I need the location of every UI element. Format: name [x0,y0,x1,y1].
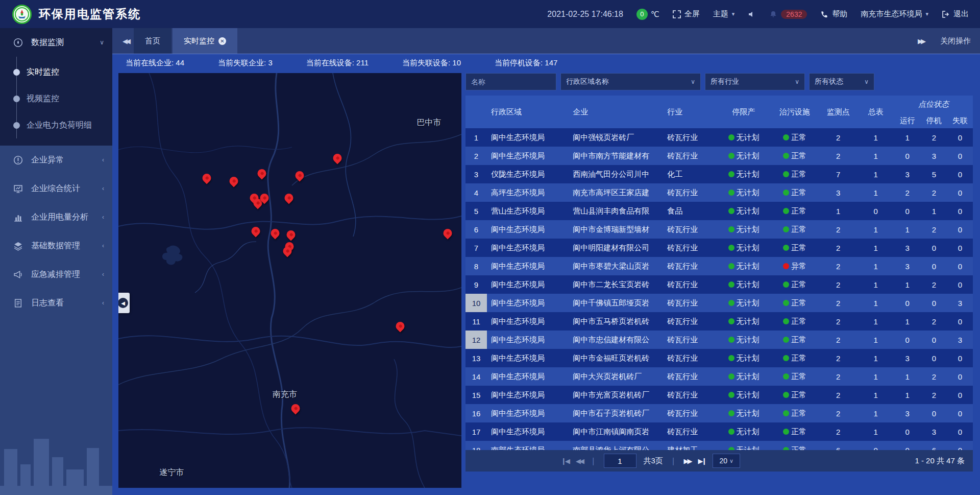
volume-button[interactable] [748,10,756,18]
industry-cell: 食品 [663,202,717,220]
col-halt[interactable]: 停限产 [717,96,770,128]
table-row[interactable]: 16阆中生态环境局阆中市石子页岩机砖厂砖瓦行业无计划正常21300 [465,404,973,422]
col-industry[interactable]: 行业 [663,96,717,128]
tabbar: ◀◀ 首页 实时监控 ✕ ▶▶ 关闭操作 [112,28,980,54]
row-number-cell: 9 [465,275,487,294]
table-row[interactable]: 5营山生态环境局营山县润丰肉食品有限食品无计划正常10010 [465,202,973,220]
col-points[interactable]: 监测点 [819,96,857,128]
table-row[interactable]: 15阆中生态环境局阆中市光富页岩机砖厂砖瓦行业无计划正常21120 [465,386,973,404]
table-row[interactable]: 10阆中生态环境局阆中千佛镇五郎垭页岩砖瓦行业无计划正常21003 [465,294,973,312]
meters-cell: 1 [857,386,894,404]
table-row[interactable]: 17阆中生态环境局阆中市江南镇阆南页岩砖瓦行业无计划正常21030 [465,422,973,441]
table-row[interactable]: 13阆中生态环境局阆中市金福旺页岩机砖砖瓦行业无计划正常21300 [465,349,973,367]
sidebar-item-realtime-monitoring[interactable]: 实时监控 [0,59,112,85]
tab-home[interactable]: 首页 [134,28,172,54]
col-lost[interactable]: 失联 [947,113,973,128]
industry-cell: 砖瓦行业 [663,147,717,165]
sidebar-item-video-monitoring[interactable]: 视频监控 [0,85,112,112]
stopped-cell: 2 [921,312,947,331]
col-running[interactable]: 运行 [894,113,921,128]
status-dot-icon [728,373,734,380]
col-region[interactable]: 行政区域 [487,96,569,128]
table-row[interactable]: 14阆中生态环境局阆中大兴页岩机砖厂砖瓦行业无计划正常21120 [465,367,973,386]
sidebar-item-data-monitoring[interactable]: 数据监测 ∨ [0,28,112,57]
table-row[interactable]: 1阆中生态环境局阆中强锐页岩砖厂砖瓦行业无计划正常21120 [465,128,973,147]
table-row[interactable]: 8阆中生态环境局阆中市枣碧大梁山页岩砖瓦行业无计划异常21300 [465,257,973,275]
table-body: 1阆中生态环境局阆中强锐页岩砖厂砖瓦行业无计划正常211202阆中生态环境局阆中… [465,128,973,450]
status-dot-icon [728,392,734,398]
phone-icon [820,10,828,18]
row-number-cell: 18 [465,441,487,450]
close-operations-dropdown[interactable]: 关闭操作 [940,36,971,46]
sidebar-item-power-load-detail[interactable]: 企业电力负荷明细 [0,112,112,138]
col-company[interactable]: 企业 [569,96,663,128]
table-row[interactable]: 18南部生态环境局南部县鸿华上河有限公建材加工无计划正常60060 [465,441,973,450]
table-row[interactable]: 6阆中生态环境局阆中市金博瑞新型墙材砖瓦行业无计划正常21120 [465,220,973,239]
company-cell: 南充市高坪区王家店建 [569,183,663,202]
theme-dropdown[interactable]: 主题▾ [713,9,735,19]
notifications-button[interactable]: 2632 [769,10,807,19]
table-row[interactable]: 11阆中生态环境局阆中市五马桥页岩机砖砖瓦行业无计划正常21120 [465,312,973,331]
chevron-left-icon: ‹ [102,242,104,249]
status-dot-icon [728,134,734,140]
help-button[interactable]: 帮助 [820,9,847,19]
stopped-cell: 5 [921,165,947,183]
region-filter-select[interactable]: 行政区域名称∨ [560,73,701,90]
table-row[interactable]: 12阆中生态环境局阆中市忠信建材有限公砖瓦行业无计划正常21003 [465,331,973,349]
temperature-unit: ℃ [651,10,659,19]
sidebar-item-enterprise-abnormal[interactable]: 企业异常‹ [0,146,112,174]
sidebar-item-base-data[interactable]: 基础数据管理‹ [0,231,112,260]
running-cell: 1 [894,275,921,294]
halt-status-cell: 无计划 [717,239,770,257]
stopped-cell: 6 [921,441,947,450]
table-row[interactable]: 7阆中生态环境局阆中明阳建材有限公司砖瓦行业无计划正常21300 [465,239,973,257]
sidebar-item-log-view[interactable]: 日志查看‹ [0,289,112,317]
status-filter-select[interactable]: 所有状态∨ [809,73,874,90]
last-page-button[interactable]: ▶❙ [698,457,705,465]
stopped-cell: 2 [921,386,947,404]
region-cell: 阆中生态环境局 [487,386,569,404]
first-page-button[interactable]: ❙◀ [561,457,569,465]
row-number-cell: 16 [465,404,487,422]
facility-status-cell: 正常 [771,183,819,202]
bullet-dot-icon [13,69,20,76]
close-tab-icon[interactable]: ✕ [218,37,226,45]
fullscreen-button[interactable]: 全屏 [673,9,700,19]
row-number-cell: 7 [465,239,487,257]
map-panel[interactable]: 巴中市南充市遂宁市 ◀ [118,73,461,488]
prev-page-button[interactable]: ◀◀ [576,457,583,465]
col-meters[interactable]: 总表 [857,96,894,128]
tabs-scroll-left-button[interactable]: ◀◀ [117,37,134,45]
region-cell: 阆中生态环境局 [487,367,569,386]
col-facility[interactable]: 治污设施 [771,96,819,128]
pagination-controls: ❙◀ ◀◀ ❘ 共3页 ❘ ▶▶ ▶❙ 20∨ [561,454,740,468]
logout-button[interactable]: 退出 [942,9,969,19]
table-row[interactable]: 3仪陇生态环境局西南油气田分公司川中化工无计划正常71350 [465,165,973,183]
sidebar-item-enterprise-statistics[interactable]: 企业综合统计‹ [0,174,112,203]
megaphone-icon [13,270,23,279]
map-collapse-button[interactable]: ◀ [118,293,130,313]
company-cell: 阆中明阳建材有限公司 [569,239,663,257]
page-size-select[interactable]: 20∨ [713,454,740,468]
tabs-scroll-right-button[interactable]: ▶▶ [913,37,929,45]
status-offline-enterprises: 当前失联企业: 3 [218,58,273,68]
facility-status-cell: 正常 [771,441,819,450]
name-filter-input[interactable] [465,73,556,90]
skyline-decoration [0,418,112,495]
table-row[interactable]: 2阆中生态环境局阆中市南方节能建材有砖瓦行业无计划正常21030 [465,147,973,165]
row-number-cell: 10 [465,294,487,312]
org-dropdown[interactable]: 南充市生态环境局▾ [861,9,928,19]
region-cell: 阆中生态环境局 [487,331,569,349]
sidebar-item-power-analysis[interactable]: 企业用电量分析‹ [0,203,112,231]
col-stopped[interactable]: 停机 [921,113,947,128]
page-number-input[interactable] [604,454,636,468]
sidebar-item-emergency-reduction[interactable]: 应急减排管理‹ [0,260,112,289]
meters-cell: 1 [857,165,894,183]
industry-filter-select[interactable]: 所有行业∨ [705,73,805,90]
next-page-button[interactable]: ▶▶ [683,457,691,465]
table-row[interactable]: 4高坪生态环境局南充市高坪区王家店建砖瓦行业无计划正常31220 [465,183,973,202]
status-dot-icon [728,429,734,435]
tab-realtime-monitoring[interactable]: 实时监控 ✕ [173,28,237,54]
table-row[interactable]: 9阆中生态环境局阆中市二龙长宝页岩砖砖瓦行业无计划正常21120 [465,275,973,294]
running-cell: 1 [894,128,921,147]
